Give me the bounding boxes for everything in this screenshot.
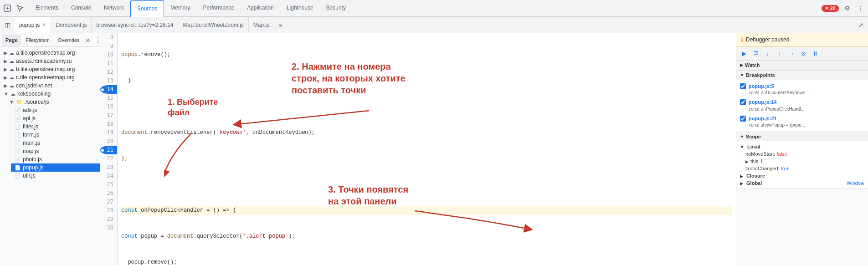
tab-security[interactable]: Security: [320, 0, 352, 16]
tree-item-api[interactable]: 📄 api.js: [11, 114, 100, 122]
settings-button[interactable]: ⚙: [842, 3, 853, 14]
line-num-18[interactable]: 18: [100, 120, 117, 128]
folder-icon: 📁: [16, 99, 22, 105]
line-num-16[interactable]: 16: [100, 102, 117, 111]
step-out-button[interactable]: ↑: [775, 48, 785, 58]
this-expand-icon: [745, 158, 750, 164]
tab-memory[interactable]: Memory: [164, 0, 196, 16]
resume-button[interactable]: ▶: [739, 48, 749, 58]
debug-controls: ▶ ↓ ↑ → ⊘ ⏸: [736, 46, 868, 61]
sidebar-toggle[interactable]: ◫: [2, 20, 13, 31]
line-num-19[interactable]: 19: [100, 128, 117, 137]
line-num-22[interactable]: 22: [100, 154, 117, 163]
breakpoint-checkbox-2[interactable]: [740, 99, 746, 105]
tree-item-keksobooking[interactable]: ▼ ☁ keksobooking: [0, 90, 100, 98]
sidebar-menu[interactable]: ⋮: [92, 36, 100, 44]
file-tab-domevent[interactable]: DomEvent.js: [51, 17, 92, 33]
line-num-11[interactable]: 11: [100, 59, 117, 68]
tab-network[interactable]: Network: [98, 0, 130, 16]
line-num-21[interactable]: 21: [100, 146, 117, 154]
scope-var-this[interactable]: this: i: [740, 158, 864, 165]
sidebar-tab-overrides[interactable]: Overrides: [54, 35, 83, 46]
deactivate-breakpoints-button[interactable]: ⊘: [798, 48, 808, 58]
scope-local-header[interactable]: Local: [740, 143, 864, 150]
file-tab-browsersync[interactable]: browser-sync-cl...t.js?v=2.26.14: [92, 17, 178, 33]
close-tab-popup[interactable]: ✕: [42, 22, 46, 28]
code-line-9: }: [121, 76, 732, 85]
more-file-tabs[interactable]: »: [275, 20, 286, 31]
error-badge: ✕20: [822, 5, 839, 12]
js-file-icon: 📄: [15, 132, 21, 138]
line-num-12[interactable]: 12: [100, 68, 117, 76]
tree-item-sourcejs[interactable]: ▼ 📁 ./source/js: [5, 98, 100, 106]
sidebar-tab-filesystem[interactable]: Filesystem: [22, 35, 53, 46]
file-tab-map[interactable]: Map.js: [249, 17, 274, 33]
file-tab-scrollzoom[interactable]: Map.ScrollWheelZoom.js: [178, 17, 248, 33]
tree-item-cdn[interactable]: ▶ ☁ cdn.jsdelivr.net: [0, 82, 100, 90]
file-tab-popup[interactable]: popup.js ✕: [15, 17, 51, 33]
line-num-17[interactable]: 17: [100, 111, 117, 120]
breakpoints-header[interactable]: ▼ Breakpoints: [736, 71, 868, 80]
line-num-10[interactable]: 10: [100, 51, 117, 59]
tree-item-assets[interactable]: ▶ ☁ assets.htmlacademy.ru: [0, 57, 100, 65]
debugger-status: ℹ Debugger paused: [736, 33, 868, 46]
tree-item-form[interactable]: 📄 form.js: [11, 131, 100, 139]
scope-var-nomovestart: noMoveStart: false: [740, 150, 864, 158]
top-toolbar: Elements Console Network Sources Memory …: [0, 0, 868, 17]
tab-application[interactable]: Application: [241, 0, 280, 16]
chevron-right-icon: ▶: [4, 83, 7, 89]
step-into-button[interactable]: ↓: [763, 48, 773, 58]
scope-global-header[interactable]: Global Window: [740, 179, 864, 187]
line-num-30[interactable]: 30: [100, 224, 117, 232]
js-file-icon: 📄: [15, 116, 21, 122]
step-button[interactable]: →: [786, 48, 796, 58]
line-num-25[interactable]: 25: [100, 180, 117, 189]
sidebar-tab-page[interactable]: Page: [2, 35, 21, 46]
breakpoint-checkbox-3[interactable]: [740, 116, 746, 122]
tree-item-main[interactable]: 📄 main.js: [11, 139, 100, 147]
scope-closure-header[interactable]: Closure: [740, 172, 864, 179]
tree-item-filter[interactable]: 📄 filter.js: [11, 122, 100, 131]
tab-sources[interactable]: Sources: [130, 0, 164, 17]
line-num-8[interactable]: 8: [100, 33, 117, 42]
tree-item-photo[interactable]: 📄 photo.js: [11, 155, 100, 163]
tree-item-ads[interactable]: 📄 ads.js: [11, 106, 100, 114]
line-num-15[interactable]: 15: [100, 94, 117, 102]
tab-performance[interactable]: Performance: [196, 0, 241, 16]
line-num-29[interactable]: 29: [100, 215, 117, 224]
tab-console[interactable]: Console: [65, 0, 98, 16]
watch-header[interactable]: ▶ Watch: [736, 61, 868, 70]
pause-exceptions-button[interactable]: ⏸: [810, 48, 820, 58]
more-button[interactable]: ⋮: [855, 3, 866, 14]
line-num-9[interactable]: 9: [100, 42, 117, 51]
tree-item-util[interactable]: 📄 util.js: [11, 172, 100, 180]
line-num-28[interactable]: 28: [100, 206, 117, 215]
tree-item-tile-c[interactable]: ▶ ☁ c.tile.openstreetmap.org: [0, 73, 100, 82]
line-num-27[interactable]: 27: [100, 198, 117, 206]
tree-item-tile-b[interactable]: ▶ ☁ b.tile.openstreetmap.org: [0, 65, 100, 73]
line-num-26[interactable]: 26: [100, 189, 117, 198]
line-num-13[interactable]: 13: [100, 76, 117, 85]
line-numbers[interactable]: 8 9 10 11 12 13 14 15 16 17 18 19 20 21 …: [100, 33, 118, 265]
more-sidebar-tabs[interactable]: »: [84, 36, 92, 44]
tab-elements[interactable]: Elements: [29, 0, 65, 16]
tree-item-tile-a[interactable]: ▶ ☁ a.tile.openstreetmap.org: [0, 49, 100, 57]
scope-header[interactable]: ▼ Scope: [736, 132, 868, 141]
tree-item-popup[interactable]: 📄 popup.js: [11, 163, 100, 172]
line-num-20[interactable]: 20: [100, 137, 117, 146]
breakpoint-checkbox-1[interactable]: [740, 83, 746, 89]
tab-lighthouse[interactable]: Lighthouse: [280, 0, 320, 16]
line-num-14[interactable]: 14: [100, 85, 117, 94]
inspect-icon[interactable]: [15, 3, 26, 14]
closure-toggle-icon: [740, 173, 745, 178]
code-line-14: const onPopupClickHandler = () => {: [121, 206, 732, 215]
tree-item-map[interactable]: 📄 map.js: [11, 147, 100, 155]
open-file-button[interactable]: ↗: [855, 20, 866, 31]
devtools-icon[interactable]: [2, 3, 13, 14]
line-num-23[interactable]: 23: [100, 163, 117, 172]
line-num-24[interactable]: 24: [100, 172, 117, 180]
js-file-icon: 📄: [15, 165, 21, 171]
step-over-button[interactable]: [751, 48, 761, 58]
code-line-11: document.removeEventListener('keydown', …: [121, 128, 732, 137]
code-content: popup.remove(); } document.removeEventLi…: [118, 33, 736, 265]
